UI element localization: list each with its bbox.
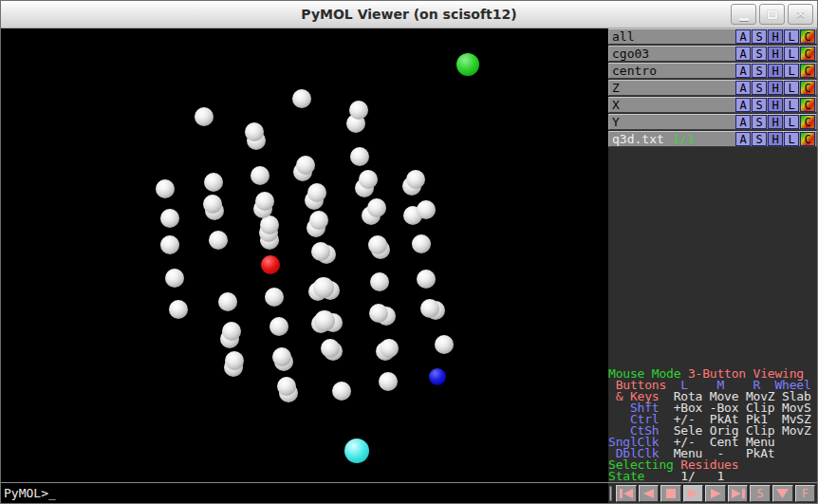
white-atom-sphere[interactable]: [406, 170, 425, 189]
play-button[interactable]: [683, 485, 704, 502]
white-atom-sphere[interactable]: [435, 335, 454, 354]
scene-loop-button[interactable]: S: [750, 485, 771, 502]
white-atom-sphere[interactable]: [417, 200, 436, 219]
white-atom-sphere[interactable]: [359, 170, 378, 189]
white-atom-sphere[interactable]: [169, 300, 188, 319]
object-row-cgo03[interactable]: cgo03ASHLC: [608, 46, 817, 62]
minimize-button[interactable]: [731, 4, 756, 25]
mouse-panel-line[interactable]: State 1/ 1: [608, 471, 817, 482]
a-menu-button[interactable]: A: [735, 132, 751, 146]
c-menu-button[interactable]: C: [800, 81, 815, 95]
white-atom-sphere[interactable]: [314, 310, 335, 331]
h-menu-button[interactable]: H: [768, 115, 783, 129]
l-menu-button[interactable]: L: [784, 98, 799, 112]
white-atom-sphere[interactable]: [165, 269, 184, 288]
a-menu-button[interactable]: A: [735, 98, 751, 112]
c-menu-button[interactable]: C: [800, 115, 815, 129]
white-atom-sphere[interactable]: [225, 351, 244, 370]
c-menu-button[interactable]: C: [800, 98, 815, 112]
h-menu-button[interactable]: H: [768, 81, 783, 95]
l-menu-button[interactable]: L: [784, 47, 799, 61]
fullscreen-button[interactable]: F: [795, 485, 816, 502]
step-forward-button[interactable]: [705, 485, 726, 502]
s-menu-button[interactable]: S: [752, 64, 767, 78]
object-row-q3d.txt[interactable]: q3d.txt1/1ASHLC: [608, 131, 817, 147]
white-atom-sphere[interactable]: [321, 339, 340, 358]
a-menu-button[interactable]: A: [735, 81, 751, 95]
white-atom-sphere[interactable]: [367, 198, 386, 217]
white-atom-sphere[interactable]: [222, 322, 241, 341]
object-row-Y[interactable]: YASHLC: [608, 114, 817, 130]
viewport-3d[interactable]: [1, 28, 608, 482]
s-menu-button[interactable]: S: [752, 47, 767, 61]
h-menu-button[interactable]: H: [768, 47, 783, 61]
rewind-to-start-button[interactable]: [616, 485, 637, 502]
s-menu-button[interactable]: S: [752, 81, 767, 95]
object-name[interactable]: X: [612, 99, 620, 111]
blue-atom-sphere[interactable]: [429, 368, 446, 385]
object-row-Z[interactable]: ZASHLC: [608, 80, 817, 96]
s-menu-button[interactable]: S: [752, 98, 767, 112]
object-row-X[interactable]: XASHLC: [608, 97, 817, 113]
object-name[interactable]: cgo03: [612, 47, 649, 60]
close-button[interactable]: ✕: [788, 4, 813, 25]
s-menu-button[interactable]: S: [752, 29, 767, 44]
c-menu-button[interactable]: C: [800, 47, 815, 61]
white-atom-sphere[interactable]: [332, 382, 351, 401]
white-atom-sphere[interactable]: [369, 304, 388, 323]
h-menu-button[interactable]: H: [768, 98, 783, 112]
white-atom-sphere[interactable]: [379, 372, 398, 391]
s-menu-button[interactable]: S: [752, 132, 767, 146]
white-atom-sphere[interactable]: [307, 183, 326, 202]
a-menu-button[interactable]: A: [735, 115, 751, 129]
stop-button[interactable]: [660, 485, 681, 502]
step-back-button[interactable]: [639, 485, 660, 502]
white-atom-sphere[interactable]: [350, 147, 369, 166]
white-atom-sphere[interactable]: [370, 272, 389, 291]
white-atom-sphere[interactable]: [313, 277, 334, 298]
white-atom-sphere[interactable]: [260, 215, 279, 234]
maximize-button[interactable]: [759, 4, 785, 25]
white-atom-sphere[interactable]: [245, 122, 264, 141]
white-atom-sphere[interactable]: [270, 317, 288, 336]
white-atom-sphere[interactable]: [265, 288, 284, 307]
white-atom-sphere[interactable]: [309, 211, 328, 230]
c-menu-button[interactable]: C: [800, 64, 815, 78]
a-menu-button[interactable]: A: [735, 47, 751, 61]
white-atom-sphere[interactable]: [417, 270, 436, 289]
white-atom-sphere[interactable]: [204, 173, 223, 192]
white-atom-sphere[interactable]: [195, 107, 214, 126]
white-atom-sphere[interactable]: [209, 231, 228, 250]
white-atom-sphere[interactable]: [412, 234, 431, 253]
white-atom-sphere[interactable]: [296, 156, 315, 175]
l-menu-button[interactable]: L: [784, 81, 799, 95]
c-menu-button[interactable]: C: [800, 29, 815, 44]
white-atom-sphere[interactable]: [277, 377, 296, 396]
command-line-input[interactable]: PyMOL>_: [1, 483, 608, 503]
white-atom-sphere[interactable]: [218, 292, 237, 311]
h-menu-button[interactable]: H: [768, 29, 783, 44]
titlebar[interactable]: PyMOL Viewer (on scisoft12) ✕: [1, 1, 817, 28]
l-menu-button[interactable]: L: [784, 115, 799, 129]
white-atom-sphere[interactable]: [380, 339, 399, 358]
white-atom-sphere[interactable]: [251, 166, 270, 185]
green-atom-sphere[interactable]: [456, 53, 479, 76]
a-menu-button[interactable]: A: [735, 29, 751, 44]
c-menu-button[interactable]: C: [800, 132, 815, 146]
l-menu-button[interactable]: L: [784, 64, 799, 78]
white-atom-sphere[interactable]: [156, 179, 175, 198]
white-atom-sphere[interactable]: [203, 195, 222, 214]
white-atom-sphere[interactable]: [160, 235, 179, 254]
white-atom-sphere[interactable]: [272, 347, 291, 366]
object-name[interactable]: Z: [612, 82, 620, 94]
mouse-mode-panel[interactable]: Mouse Mode 3-Button Viewing Buttons L M …: [608, 367, 817, 482]
white-atom-sphere[interactable]: [349, 101, 368, 120]
white-atom-sphere[interactable]: [368, 235, 387, 254]
object-name[interactable]: Y: [612, 116, 620, 128]
object-row-all[interactable]: allASHLC: [608, 28, 817, 45]
forward-to-end-button[interactable]: [728, 485, 749, 502]
object-name[interactable]: q3d.txt: [612, 133, 664, 145]
h-menu-button[interactable]: H: [768, 64, 783, 78]
object-row-centro[interactable]: centroASHLC: [608, 63, 817, 79]
white-atom-sphere[interactable]: [160, 209, 179, 228]
